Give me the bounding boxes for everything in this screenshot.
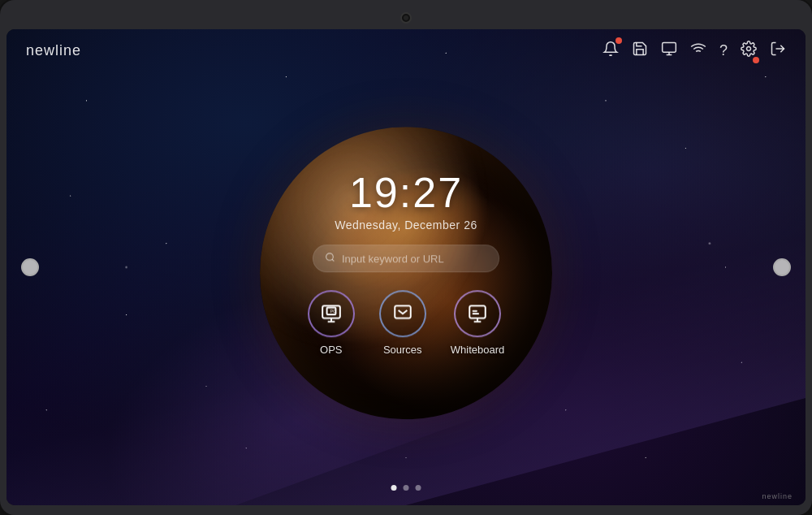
clock-display: 19:27 — [349, 171, 463, 214]
exit-icon[interactable] — [770, 41, 786, 61]
ops-label: OPS — [320, 344, 342, 356]
svg-line-7 — [332, 259, 334, 261]
app-item-sources[interactable]: Sources — [379, 290, 426, 356]
app-item-whiteboard[interactable]: Whiteboard — [451, 290, 504, 356]
sources-icon-circle — [379, 290, 426, 337]
top-bar: newline — [6, 29, 806, 71]
app-item-ops[interactable]: PC OPS — [308, 290, 355, 356]
screen: newline — [6, 29, 806, 505]
page-dot-1[interactable] — [391, 485, 397, 491]
settings-icon[interactable] — [741, 41, 757, 61]
page-dot-3[interactable] — [416, 485, 421, 491]
whiteboard-icon-circle — [454, 290, 501, 337]
svg-rect-9 — [326, 308, 335, 315]
search-bar[interactable]: Input keyword or URL — [313, 245, 499, 272]
page-dots — [391, 485, 421, 491]
svg-rect-0 — [663, 42, 676, 52]
svg-point-6 — [326, 253, 334, 261]
help-icon[interactable]: ? — [719, 42, 728, 59]
svg-point-4 — [747, 46, 751, 50]
display-icon[interactable] — [661, 41, 677, 61]
save-icon[interactable] — [632, 41, 648, 61]
svg-rect-13 — [395, 305, 411, 318]
notification-icon[interactable] — [603, 41, 619, 61]
planet-content: 19:27 Wednesday, December 26 Input keywo… — [260, 127, 552, 419]
sources-label: Sources — [383, 344, 422, 356]
svg-rect-8 — [322, 305, 340, 318]
camera — [400, 12, 412, 24]
top-bezel — [6, 6, 806, 29]
whiteboard-label: Whiteboard — [451, 344, 504, 356]
bottom-brand: newline — [762, 492, 793, 500]
side-button-right[interactable] — [773, 258, 791, 276]
planet-container: 19:27 Wednesday, December 26 Input keywo… — [260, 127, 552, 419]
top-icons-group: ? — [603, 41, 786, 61]
side-button-left[interactable] — [21, 258, 39, 276]
search-placeholder-text: Input keyword or URL — [342, 253, 444, 265]
svg-rect-14 — [469, 305, 486, 318]
ops-icon-circle: PC — [308, 290, 355, 337]
brand-logo: newline — [26, 42, 81, 59]
search-icon — [325, 252, 335, 265]
app-icons-row: PC OPS — [308, 290, 504, 356]
date-display: Wednesday, December 26 — [335, 219, 477, 232]
page-dot-2[interactable] — [404, 485, 409, 491]
svg-text:PC: PC — [330, 309, 336, 314]
notification-badge — [615, 37, 622, 44]
wifi-icon[interactable] — [690, 41, 706, 61]
planet: 19:27 Wednesday, December 26 Input keywo… — [260, 127, 552, 419]
settings-badge — [753, 57, 759, 63]
device-frame: newline — [0, 0, 812, 515]
